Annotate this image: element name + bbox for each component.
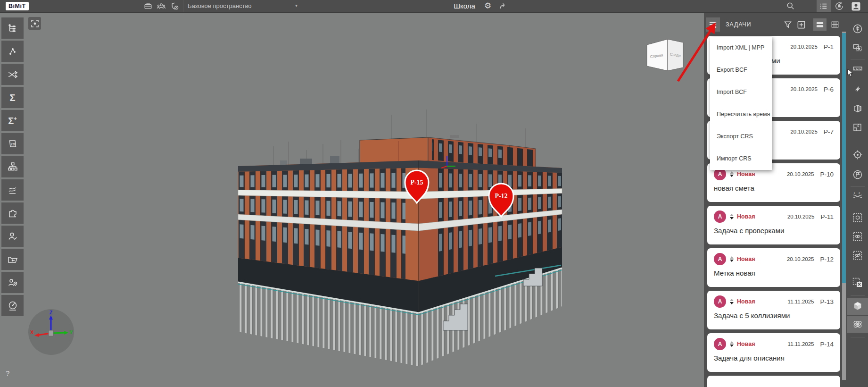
sum-plus-icon[interactable]: Σ+ [1,110,24,131]
card-title: Задача с проверками [714,227,834,235]
focus-selection-button[interactable] [28,17,41,30]
project-title: Школа [443,0,486,12]
menu-item[interactable]: Import BCF [710,81,772,103]
help-button[interactable]: ? [6,369,9,377]
card-title: Метка новая [714,269,834,277]
flash-icon[interactable] [850,81,866,97]
clash-detection-icon[interactable]: 1 2 [850,188,866,204]
table-view-icon[interactable] [828,18,842,31]
list-view-icon[interactable] [813,18,827,31]
task-card[interactable] [707,376,840,387]
svg-text:2D: 2D [10,142,15,146]
orbit-icon[interactable] [847,316,868,333]
app-logo[interactable]: BiMiT [6,2,29,10]
marker-label: Р-12 [495,193,507,200]
left-toolbar: Σ Σ+ 2D [1,17,24,316]
menu-item[interactable]: Импорт CRS [710,148,772,170]
notifications-sync-icon[interactable] [834,1,844,11]
solid-cube-icon[interactable] [847,298,868,315]
hide-eye-icon[interactable] [850,247,866,263]
list-menu-icon[interactable] [817,0,831,12]
search-icon[interactable] [785,1,796,11]
toolbar-divider [851,337,865,337]
card-date: 20.10.2025 [787,171,814,177]
marker-label: Р-15 [410,179,423,186]
status-badge: Новая [737,256,755,262]
tasks-menu-button[interactable] [706,17,720,32]
sheet-2d-icon[interactable]: 2D [1,133,24,154]
workspace-selector[interactable]: Базовое пространство [188,0,252,12]
org-chart-icon[interactable] [1,156,24,177]
folder-import-icon[interactable] [1,249,24,270]
shuffle-links-icon[interactable] [1,64,24,85]
share-icon[interactable] [498,1,508,11]
status-badge: Новая [737,298,755,305]
card-id: Р-6 [824,86,834,93]
priority-icon [730,299,734,304]
svg-text:2: 2 [859,192,860,194]
isolate-cube-icon[interactable] [850,210,866,226]
avatar: А [714,338,726,350]
card-date: 20.10.2025 [790,44,818,50]
navigation-cube[interactable]: Справа Сзади [643,34,688,74]
model-tree-icon[interactable] [1,17,24,39]
task-card[interactable]: А Новая 11.11.2025 Р-14 Задача для описа… [707,333,840,372]
card-title: Задача с 5 коллизиями [714,311,834,320]
card-id: Р-14 [820,341,834,348]
scrollbar-thumb[interactable] [842,33,846,283]
user-location-icon[interactable] [1,272,24,293]
toolbar-divider [851,186,865,187]
menu-item[interactable]: Экспорт CRS [710,126,772,148]
tasks-panel-header: ЗАДАЧИ [706,17,842,32]
trend-chart-icon[interactable] [1,179,24,201]
right-toolbar: 1 2 [847,12,868,387]
box-section-icon[interactable] [850,101,866,117]
card-id: Р-1 [824,43,834,50]
user-check-icon[interactable] [1,226,24,247]
selection-frames-icon[interactable] [850,40,866,56]
menu-item[interactable]: Export BCF [710,59,772,81]
task-card[interactable]: А Новая 20.10.2025 Р-11 Задача с проверк… [707,206,840,244]
axis-gizmo[interactable]: Z X Y [28,309,74,355]
sum-icon[interactable]: Σ [1,87,24,108]
menu-item[interactable]: Пересчитать время [710,103,772,126]
briefcase-icon[interactable] [143,1,153,11]
avatar: А [714,253,726,265]
ruler-icon[interactable] [850,60,866,76]
tree-view-icon[interactable] [850,21,866,37]
tasks-scrollbar[interactable] [842,32,846,380]
plugin-puzzle-icon[interactable] [1,202,24,224]
card-date: 20.10.2025 [787,256,814,262]
toolbar-divider [851,295,865,296]
priority-icon [730,256,734,262]
card-date: 11.11.2025 [788,341,814,347]
target-icon[interactable] [850,147,866,163]
shield-clock-icon[interactable] [170,1,180,11]
3d-model-building[interactable]: Р-15 Р-12 [207,94,613,378]
menu-icon [709,21,717,28]
menu-item[interactable]: Import XML | MPP [710,37,772,59]
chevron-down-icon[interactable]: ▾ [295,0,298,12]
clear-selection-icon[interactable] [850,275,866,291]
card-title: Задача для описания [714,354,834,362]
top-bar: BiMiT Базовое пространство ▾ Школа ⚙ [0,0,868,13]
show-eye-icon[interactable] [850,228,866,244]
priority-icon [730,341,734,347]
nodes-branch-icon[interactable] [1,41,24,62]
priority-icon [730,171,734,177]
card-date: 20.10.2025 [787,214,815,219]
account-icon[interactable] [851,1,861,11]
settings-gear-icon[interactable]: ⚙ [484,0,491,12]
team-icon[interactable] [156,1,166,11]
gauge-icon[interactable] [1,295,24,316]
flag-icon[interactable] [850,167,866,183]
card-title: новая смета [714,184,834,192]
task-card[interactable]: А Новая 20.10.2025 Р-12 Метка новая [707,248,840,287]
filter-icon[interactable] [782,19,794,30]
add-task-icon[interactable] [795,19,807,30]
panel-title: ЗАДАЧИ [726,21,751,28]
task-card[interactable]: А Новая 11.11.2025 Р-13 Задача с 5 колли… [707,291,840,329]
floorplan-icon[interactable] [850,119,866,135]
card-date: 11.11.2025 [788,299,814,304]
axis-z-label: Z [50,310,53,315]
